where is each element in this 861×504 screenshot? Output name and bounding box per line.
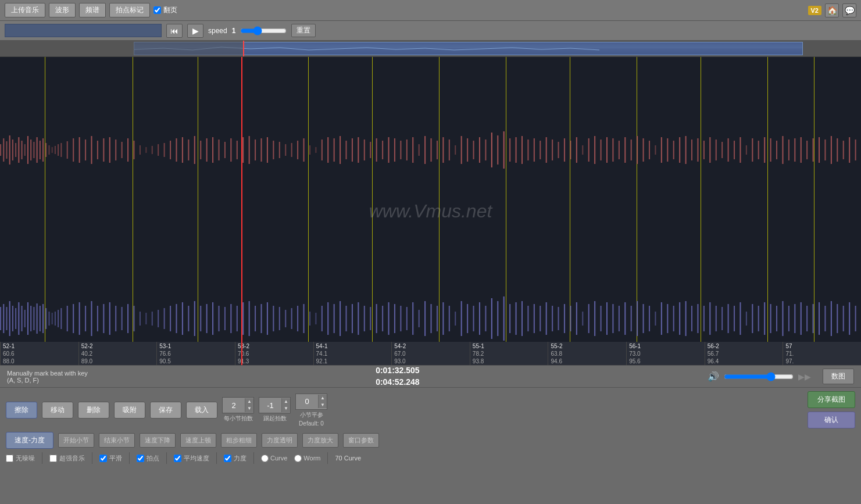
- beat-label[interactable]: 拍点: [137, 454, 159, 463]
- page-turn-label: 翻页: [163, 5, 177, 15]
- svg-rect-171: [55, 312, 56, 326]
- flat-label[interactable]: 平滑: [99, 454, 122, 463]
- load-button[interactable]: 载入: [186, 402, 217, 419]
- freq-button[interactable]: 频谱: [79, 3, 106, 17]
- no-noise-checkbox[interactable]: [6, 455, 13, 462]
- svg-rect-43: [194, 136, 195, 164]
- beat-number: 55-2: [551, 343, 562, 349]
- overview-bar[interactable]: [0, 41, 861, 57]
- svg-rect-301: [837, 304, 838, 333]
- offset-beats-down[interactable]: ▼: [282, 405, 290, 412]
- share-screenshot-button[interactable]: 分享截图: [808, 391, 855, 408]
- speed-strength-button[interactable]: 速度-力度: [6, 432, 53, 449]
- strength-zoom-button[interactable]: 力度放大: [302, 433, 338, 448]
- svg-rect-51: [242, 137, 244, 163]
- delete-button[interactable]: 删除: [78, 402, 109, 419]
- svg-rect-274: [673, 306, 674, 331]
- bar-param-down[interactable]: ▼: [319, 402, 327, 409]
- end-bar-button[interactable]: 结束小节: [99, 433, 135, 448]
- svg-rect-11: [30, 140, 31, 160]
- svg-rect-220: [345, 306, 346, 331]
- svg-rect-21: [60, 143, 62, 157]
- svg-rect-84: [442, 137, 444, 163]
- curve-radio-label[interactable]: Curve: [261, 455, 287, 462]
- wave-button[interactable]: 波形: [49, 3, 76, 17]
- beats-per-bar-down[interactable]: ▼: [245, 405, 253, 412]
- worm-radio-label[interactable]: Worm: [294, 455, 320, 462]
- page-turn-checkbox[interactable]: [153, 6, 161, 14]
- upload-music-button[interactable]: 上传音乐: [5, 3, 45, 17]
- absorb-button[interactable]: 吸附: [114, 402, 145, 419]
- svg-rect-35: [145, 147, 147, 153]
- beats-per-bar-up[interactable]: ▲: [245, 398, 253, 405]
- speed-up-button[interactable]: 速度上顿: [180, 433, 216, 448]
- fine-coarse-button[interactable]: 粗步粗细: [221, 433, 257, 448]
- save-button[interactable]: 保存: [150, 402, 181, 419]
- avg-speed-checkbox[interactable]: [174, 455, 181, 462]
- settings-icon-button[interactable]: 💬: [842, 3, 856, 17]
- speed-value: 1: [232, 27, 236, 35]
- svg-rect-205: [255, 306, 256, 331]
- svg-rect-145: [813, 138, 814, 162]
- svg-rect-295: [801, 302, 802, 335]
- beat-col: 55-2 63.8 94.6: [548, 342, 626, 365]
- bar-param-arrows[interactable]: ▲ ▼: [318, 395, 327, 408]
- offset-beats-arrows[interactable]: ▲ ▼: [281, 398, 290, 412]
- svg-rect-157: [12, 306, 13, 331]
- volume-slider[interactable]: [724, 372, 794, 381]
- volume-control: 🔊 ▶▶: [708, 371, 811, 382]
- beat-mark-button[interactable]: 拍点标记: [109, 3, 150, 17]
- svg-rect-2: [3, 138, 4, 162]
- strength-fade-button[interactable]: 力度透明: [262, 433, 298, 448]
- speed-down-button[interactable]: 速度下降: [140, 433, 176, 448]
- no-noise-label[interactable]: 无噪噪: [6, 454, 35, 463]
- beat-val1: 73.0: [629, 351, 640, 357]
- reset-button[interactable]: 重置: [291, 24, 316, 37]
- flat-checkbox[interactable]: [99, 455, 107, 462]
- accompany-label[interactable]: 超强音乐: [49, 454, 85, 463]
- beat-val2: 92.1: [316, 358, 327, 364]
- start-bar-button[interactable]: 开始小节: [58, 433, 94, 448]
- beat-text: 拍点: [147, 454, 159, 463]
- confirm-button[interactable]: 确认: [808, 412, 855, 428]
- svg-rect-82: [431, 138, 432, 162]
- svg-rect-33: [133, 141, 134, 159]
- rewind-button[interactable]: ⏮: [166, 24, 183, 38]
- main-waveform-area[interactable]: www.Vmus.net 52-1 60.6 88.0 52-2 40.2 89…: [0, 57, 861, 365]
- beat-number: 53-1: [159, 343, 171, 349]
- svg-rect-179: [97, 306, 98, 331]
- strength-checkbox[interactable]: [224, 455, 231, 462]
- strength-check-label[interactable]: 力度: [224, 454, 246, 463]
- beat-checkbox[interactable]: [137, 455, 144, 462]
- avg-speed-label[interactable]: 平均速度: [174, 454, 209, 463]
- svg-rect-141: [788, 140, 789, 160]
- move-button[interactable]: 移动: [42, 402, 73, 419]
- offset-beats-up[interactable]: ▲: [282, 398, 290, 405]
- svg-rect-231: [412, 302, 413, 335]
- bar-param-up[interactable]: ▲: [319, 395, 327, 402]
- svg-rect-18: [52, 147, 53, 153]
- svg-rect-76: [394, 138, 395, 162]
- bar-param-group: 0 ▲ ▼ 小节平参 Default: 0: [295, 394, 327, 427]
- svg-rect-252: [540, 306, 541, 331]
- svg-rect-198: [212, 302, 213, 335]
- accompany-checkbox[interactable]: [49, 455, 57, 462]
- bar-param-spinner[interactable]: 0 ▲ ▼: [295, 394, 327, 410]
- offset-beats-spinner[interactable]: -1 ▲ ▼: [259, 397, 291, 413]
- curve-radio[interactable]: [261, 455, 269, 462]
- speed-slider[interactable]: [240, 26, 287, 35]
- svg-rect-290: [770, 304, 771, 333]
- svg-rect-85: [449, 140, 450, 160]
- svg-rect-38: [164, 143, 165, 157]
- song-title-input[interactable]: 阳明市: [5, 24, 162, 37]
- beats-per-bar-spinner[interactable]: 2 ▲ ▼: [222, 397, 254, 413]
- home-icon-button[interactable]: 🏠: [825, 3, 839, 17]
- data-view-button[interactable]: 数图: [823, 369, 854, 384]
- erase-button[interactable]: 擦除: [6, 402, 37, 419]
- play-button[interactable]: ▶: [187, 24, 203, 38]
- svg-rect-137: [764, 137, 765, 163]
- window-param-button[interactable]: 窗口参数: [343, 433, 379, 448]
- beats-per-bar-arrows[interactable]: ▲ ▼: [245, 398, 253, 412]
- beat-number: 56-1: [629, 343, 641, 349]
- worm-radio[interactable]: [294, 455, 302, 462]
